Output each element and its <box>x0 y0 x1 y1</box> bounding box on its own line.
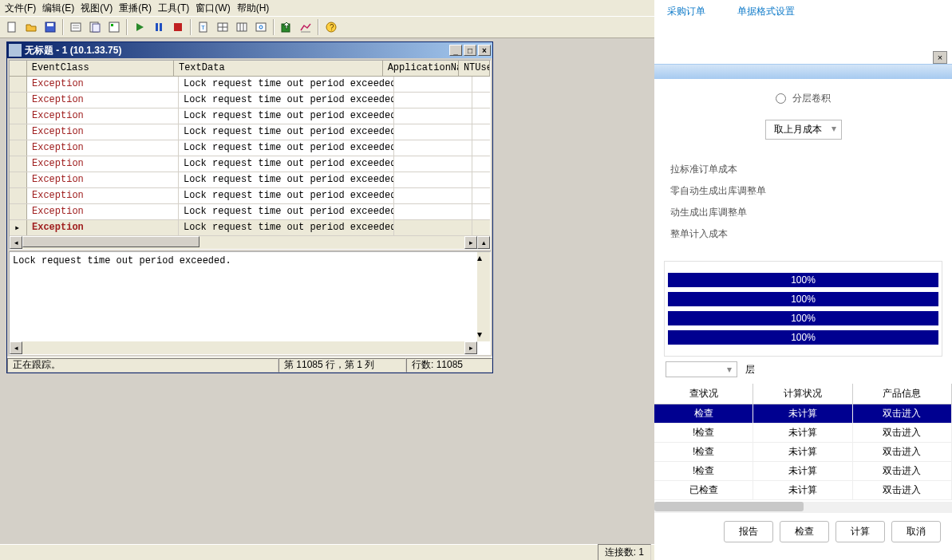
menu-view[interactable]: 视图(V) <box>77 1 116 16</box>
panel-titlebar[interactable] <box>654 65 952 79</box>
titlebar[interactable]: 无标题 - 1 (10.1.33.75) _ □ × <box>7 42 492 58</box>
status-row[interactable]: !检查未计算双击进入 <box>654 462 952 481</box>
col-eventclass[interactable]: EventClass <box>27 61 174 76</box>
panel-close-button[interactable]: × <box>933 51 947 64</box>
help-icon[interactable]: ? <box>322 18 340 36</box>
status-row[interactable]: 检查未计算双击进入 <box>654 404 952 424</box>
option-item[interactable]: 动生成出库调整单 <box>670 202 936 223</box>
scroll-left-icon[interactable]: ◂ <box>10 236 22 249</box>
grid-row[interactable]: ExceptionLock request time out period ex… <box>10 156 490 172</box>
open-icon[interactable] <box>22 18 40 36</box>
col-applicationname[interactable]: ApplicationName <box>383 61 459 76</box>
svg-text:?: ? <box>330 23 334 32</box>
pause-icon[interactable] <box>150 18 168 36</box>
check-button[interactable]: 检查 <box>780 521 829 542</box>
detail-hscroll[interactable]: ◂▸ <box>10 341 477 354</box>
rowhead-col[interactable] <box>10 61 27 76</box>
chart-icon[interactable] <box>297 18 314 36</box>
cell-textdata: Lock request time out period exceeded. <box>179 204 394 219</box>
cancel-button[interactable]: 取消 <box>891 521 941 542</box>
grid-icon[interactable] <box>214 18 231 36</box>
layered-option[interactable]: 分层卷积 <box>670 92 936 105</box>
layered-radio[interactable] <box>776 93 786 104</box>
cell-eventclass: Exception <box>27 204 179 219</box>
minimize-button[interactable]: _ <box>449 45 462 56</box>
export-icon[interactable] <box>278 18 295 36</box>
detail-pane: Lock request time out period exceeded. ▴… <box>9 251 491 355</box>
report-button[interactable]: 报告 <box>724 521 773 542</box>
cell-textdata: Lock request time out period exceeded. <box>179 77 394 92</box>
filter-icon[interactable] <box>105 18 123 36</box>
find-icon[interactable] <box>252 18 270 36</box>
grid-row[interactable]: ExceptionLock request time out period ex… <box>10 188 490 204</box>
grid-row[interactable]: ExceptionLock request time out period ex… <box>10 77 490 93</box>
cell-eventclass: Exception <box>27 156 179 172</box>
scroll-thumb[interactable] <box>22 236 199 247</box>
th-check[interactable]: 查状况 <box>654 384 753 404</box>
status-row[interactable]: !检查未计算双击进入 <box>654 443 952 462</box>
status-position: 第 11085 行，第 1 列 <box>278 358 406 373</box>
menu-help[interactable]: 帮助(H) <box>234 1 273 16</box>
detail-vscroll[interactable]: ▴ ▾ <box>477 252 490 341</box>
grid-hscroll[interactable]: ◂ ▸ ▴ <box>10 236 490 249</box>
cell-eventclass: Exception <box>27 220 179 235</box>
th-product[interactable]: 产品信息 <box>853 384 952 404</box>
link-doc-format[interactable]: 单据格式设置 <box>737 5 795 34</box>
maximize-button[interactable]: □ <box>464 45 476 56</box>
menu-tools[interactable]: 工具(T) <box>155 1 192 16</box>
cell-appname <box>394 140 472 156</box>
right-panel: 采购订单 单据格式设置 × 分层卷积 取上月成本 拉标准订单成本零自动生成出库调… <box>654 0 952 560</box>
template-icon[interactable] <box>86 18 104 36</box>
grid-row[interactable]: ▸ExceptionLock request time out period e… <box>10 220 490 236</box>
grid-row[interactable]: ExceptionLock request time out period ex… <box>10 124 490 140</box>
table-hscroll[interactable] <box>654 502 952 513</box>
save-icon[interactable] <box>41 18 59 36</box>
scroll-up-icon[interactable]: ▴ <box>477 236 490 249</box>
trace-window: 无标题 - 1 (10.1.33.75) _ □ × EventClass Te… <box>6 41 493 373</box>
status-row[interactable]: !检查未计算双击进入 <box>654 424 952 443</box>
option-item[interactable]: 整单计入成本 <box>670 223 936 245</box>
properties-icon[interactable] <box>67 18 85 36</box>
detail-text[interactable]: Lock request time out period exceeded. <box>10 252 490 270</box>
th-calc[interactable]: 计算状况 <box>753 384 852 404</box>
cell-appname <box>394 156 472 172</box>
new-icon[interactable] <box>3 18 21 36</box>
progress-bar: 100% <box>668 273 938 287</box>
grid-row[interactable]: ExceptionLock request time out period ex… <box>10 204 490 220</box>
window-title: 无标题 - 1 (10.1.33.75) <box>25 44 121 57</box>
link-purchase-order[interactable]: 采购订单 <box>667 5 705 34</box>
close-button[interactable]: × <box>478 45 491 56</box>
calc-button[interactable]: 计算 <box>835 521 885 542</box>
grid-body[interactable]: ExceptionLock request time out period ex… <box>10 77 490 236</box>
col-ntuser[interactable]: NTUserN <box>459 61 490 76</box>
option-item[interactable]: 零自动生成出库调整单 <box>670 180 936 202</box>
run-icon[interactable] <box>131 18 148 36</box>
cell-textdata: Lock request time out period exceeded. <box>179 220 394 235</box>
option-item[interactable]: 拉标准订单成本 <box>670 159 936 180</box>
cell-calc: 未计算 <box>753 404 852 423</box>
menu-window[interactable]: 窗口(W) <box>192 1 233 16</box>
row-header <box>10 156 27 172</box>
grid2-icon[interactable] <box>233 18 251 36</box>
cost-source-select[interactable]: 取上月成本 <box>765 120 842 140</box>
right-links: 采购订单 单据格式设置 <box>654 0 952 38</box>
grid-row[interactable]: ExceptionLock request time out period ex… <box>10 108 490 124</box>
layer-field: 层 <box>654 361 952 384</box>
progress-bar: 100% <box>668 311 938 325</box>
scroll-right-icon[interactable]: ▸ <box>464 236 477 249</box>
script-icon[interactable]: T <box>195 18 212 36</box>
col-textdata[interactable]: TextData <box>174 61 383 76</box>
svg-rect-12 <box>174 23 182 31</box>
menu-edit[interactable]: 编辑(E) <box>39 1 77 16</box>
grid-row[interactable]: ExceptionLock request time out period ex… <box>10 140 490 156</box>
cell-calc: 未计算 <box>753 443 852 461</box>
grid-row[interactable]: ExceptionLock request time out period ex… <box>10 172 490 188</box>
layer-select[interactable] <box>666 361 737 377</box>
layered-label: 分层卷积 <box>792 92 831 105</box>
stop-icon[interactable] <box>169 18 187 36</box>
menu-replay[interactable]: 重播(R) <box>116 1 155 16</box>
menu-file[interactable]: 文件(F) <box>2 1 39 16</box>
status-row[interactable]: 已检查未计算双击进入 <box>654 481 952 500</box>
grid-row[interactable]: ExceptionLock request time out period ex… <box>10 93 490 108</box>
status-table: 查状况 计算状况 产品信息 检查未计算双击进入!检查未计算双击进入!检查未计算双… <box>654 384 952 513</box>
